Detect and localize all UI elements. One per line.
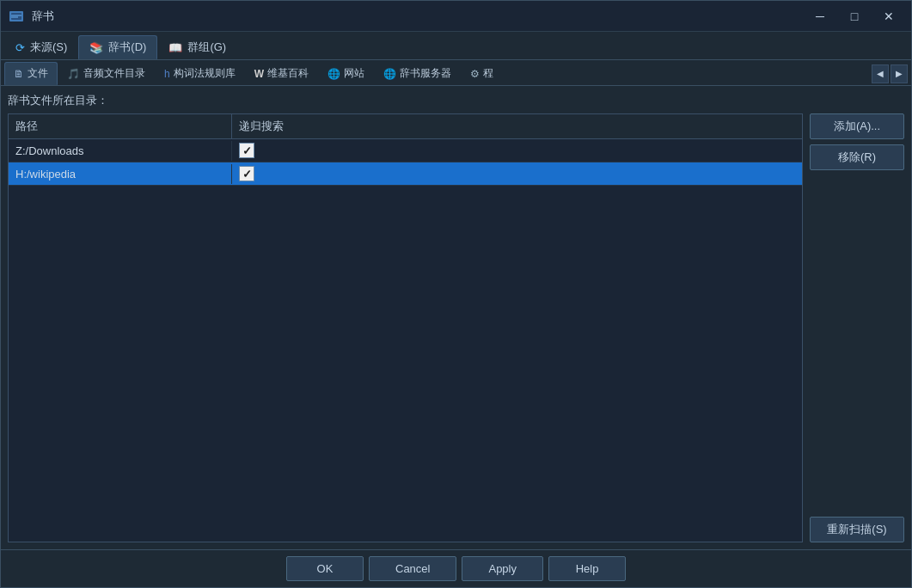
window-title: 辞书: [32, 9, 805, 24]
tab-web-label: 网站: [344, 66, 364, 81]
content-area: 辞书文件所在目录： 路径 递归搜索 Z:/Downloads: [1, 86, 911, 549]
table-body: Z:/Downloads H:/wikipedia: [9, 139, 802, 542]
tab-sources[interactable]: ⟳ 来源(S): [4, 35, 78, 59]
tab-audio-label: 音频文件目录: [83, 66, 145, 81]
refresh-icon: ⟳: [15, 41, 25, 54]
tab-group-label: 群组(G): [187, 40, 226, 55]
tab-file-label: 文件: [28, 66, 48, 81]
tabbar2: 🗎 文件 🎵 音频文件目录 h 构词法规则库 W 维基百科 🌐 网站 🌐 辞书服…: [1, 60, 911, 86]
col-path: 路径: [9, 114, 232, 138]
tab-wiki-label: 维基百科: [267, 66, 309, 81]
tab-nav-next[interactable]: ▶: [891, 64, 908, 83]
help-button[interactable]: Help: [548, 556, 626, 581]
tab-nav-prev[interactable]: ◀: [872, 64, 889, 83]
app-icon: [8, 8, 25, 25]
tab-sources-label: 来源(S): [30, 40, 67, 55]
table-header: 路径 递归搜索: [9, 114, 802, 139]
minimize-button[interactable]: ─: [805, 6, 835, 27]
window-controls: ─ □ ✕: [805, 6, 904, 27]
bottom-bar: OK Cancel Apply Help: [1, 549, 911, 587]
tab-dict[interactable]: 📚 辞书(D): [78, 35, 157, 59]
web-icon: 🌐: [327, 68, 340, 80]
add-button[interactable]: 添加(A)...: [810, 113, 904, 139]
titlebar: 辞书 ─ □ ✕: [1, 1, 911, 32]
gear-icon: ⚙: [470, 68, 480, 80]
ok-button[interactable]: OK: [286, 556, 364, 581]
table-area: 路径 递归搜索 Z:/Downloads H:/wikipedia: [8, 113, 904, 542]
col-recursive: 递归搜索: [232, 114, 802, 138]
tab-group[interactable]: 📖 群组(G): [157, 35, 237, 59]
row-0-recursive: [232, 139, 802, 162]
row-0-path: Z:/Downloads: [9, 141, 232, 161]
row-0-checkbox[interactable]: [239, 143, 254, 158]
cancel-button[interactable]: Cancel: [369, 556, 456, 581]
apply-button[interactable]: Apply: [462, 556, 543, 581]
tab-dict-label: 辞书(D): [108, 40, 146, 55]
directory-table: 路径 递归搜索 Z:/Downloads H:/wikipedia: [8, 113, 803, 542]
tab-prog[interactable]: ⚙ 程: [461, 62, 503, 85]
tab-audio[interactable]: 🎵 音频文件目录: [58, 62, 155, 85]
tab-server-label: 辞书服务器: [400, 66, 451, 81]
side-buttons: 添加(A)... 移除(R) 重新扫描(S): [810, 113, 904, 542]
row-1-path: H:/wikipedia: [9, 164, 232, 184]
audio-icon: 🎵: [67, 68, 80, 80]
tab-file[interactable]: 🗎 文件: [4, 62, 58, 85]
row-1-checkbox[interactable]: [239, 166, 254, 181]
tab-morpho[interactable]: h 构词法规则库: [155, 62, 245, 85]
tab-nav: ◀ ▶: [872, 64, 908, 83]
close-button[interactable]: ✕: [873, 6, 904, 27]
file-icon: 🗎: [14, 68, 24, 80]
section-label: 辞书文件所在目录：: [8, 93, 904, 108]
tab-web[interactable]: 🌐 网站: [318, 62, 374, 85]
morpho-icon: h: [164, 68, 170, 80]
group-icon: 📖: [168, 41, 182, 54]
window: 辞书 ─ □ ✕ ⟳ 来源(S) 📚 辞书(D) 📖 群组(G) 🗎 文件 🎵 …: [0, 0, 912, 588]
tab-server[interactable]: 🌐 辞书服务器: [374, 62, 461, 85]
tabbar1: ⟳ 来源(S) 📚 辞书(D) 📖 群组(G): [1, 32, 911, 60]
table-row[interactable]: H:/wikipedia: [9, 162, 802, 186]
rescan-button[interactable]: 重新扫描(S): [810, 517, 904, 542]
dict-icon: 📚: [89, 41, 103, 54]
row-1-recursive: [232, 162, 802, 185]
svg-rect-1: [11, 13, 21, 20]
table-row[interactable]: Z:/Downloads: [9, 139, 802, 162]
tab-morpho-label: 构词法规则库: [174, 66, 236, 81]
tab-wiki[interactable]: W 维基百科: [245, 62, 318, 85]
wiki-icon: W: [254, 68, 264, 80]
server-icon: 🌐: [383, 68, 396, 80]
tab-prog-label: 程: [483, 66, 493, 81]
maximize-button[interactable]: □: [839, 6, 870, 27]
remove-button[interactable]: 移除(R): [810, 144, 904, 170]
